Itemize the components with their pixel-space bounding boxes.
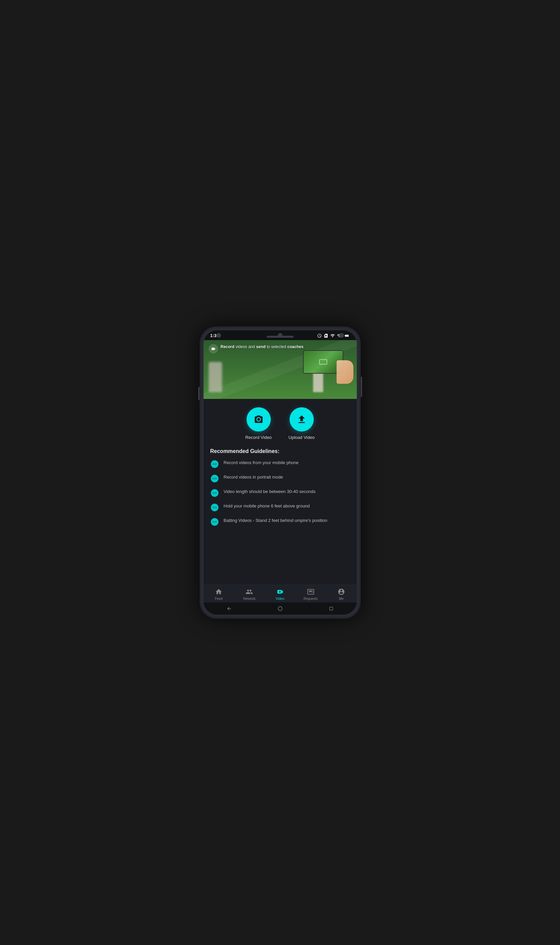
sim-icon: [323, 333, 328, 338]
svg-point-9: [211, 518, 218, 526]
back-arrow-icon: [226, 606, 232, 611]
svg-rect-3: [348, 335, 348, 336]
main-content: Record Video Upload Video Recommended Gu…: [203, 399, 357, 585]
android-nav-bar: [203, 603, 357, 615]
cricket-ball-icon-3: [210, 489, 219, 497]
svg-point-7: [211, 489, 218, 497]
notification-text: Record videos and send to selected coach…: [221, 344, 304, 350]
notif-send: send: [256, 345, 266, 349]
nav-item-video[interactable]: Video: [265, 588, 295, 600]
camera-dot-left: [216, 333, 221, 338]
guideline-item-5: Batting Videos - Stand 2 feet behind ump…: [210, 517, 350, 526]
network-nav-label: Network: [243, 597, 255, 600]
bottom-nav: Feed Network Video: [203, 585, 357, 603]
record-button-circle[interactable]: [246, 407, 271, 431]
cricket-ball-icon-4: [210, 503, 219, 512]
cricket-ball-icon-5: [210, 517, 219, 526]
requests-nav-label: Requests: [304, 597, 318, 600]
back-button[interactable]: [226, 605, 232, 612]
camera-icon: [253, 414, 264, 425]
record-video-label: Record Video: [245, 435, 272, 440]
upload-button-circle[interactable]: [289, 407, 314, 431]
guideline-item-3: Video length should be between 30-40 sec…: [210, 488, 350, 497]
player-left: [209, 362, 222, 392]
guidelines-title: Recommended Guidelines:: [210, 448, 350, 454]
status-icons: [317, 333, 350, 338]
svg-point-8: [211, 504, 218, 511]
camera-dot-center: [278, 333, 283, 338]
video-nav-icon: [276, 588, 284, 596]
upload-video-button[interactable]: Upload Video: [289, 407, 315, 440]
phone-frame: 1:36: [200, 326, 361, 619]
recents-square-icon: [329, 606, 334, 611]
notification-icon-circle: [209, 344, 218, 354]
feed-nav-icon: [215, 588, 223, 596]
nav-item-requests[interactable]: Requests: [295, 588, 326, 600]
video-nav-label: Video: [276, 597, 284, 600]
upload-video-label: Upload Video: [289, 435, 315, 440]
recents-button[interactable]: [328, 605, 335, 612]
timer-icon: [317, 333, 322, 338]
guidelines-section: Recommended Guidelines: Record videos fr…: [203, 445, 357, 537]
record-video-button[interactable]: Record Video: [245, 407, 272, 440]
guideline-text-4: Hold your mobile phone 6 feet above grou…: [224, 503, 350, 509]
action-buttons-row: Record Video Upload Video: [203, 399, 357, 445]
guideline-text-5: Batting Videos - Stand 2 feet behind ump…: [224, 517, 350, 524]
phone-screen: 1:36: [203, 330, 357, 615]
me-icon: [338, 588, 345, 596]
cricket-ball-icon-1: [210, 460, 219, 468]
cricket-ball-icon-2: [210, 474, 219, 483]
notif-coaches: coaches: [287, 345, 303, 349]
home-icon: [215, 588, 222, 596]
network-nav-icon: [245, 588, 253, 596]
hand-illustration: [337, 360, 354, 384]
requests-icon: [307, 588, 314, 596]
guideline-item-2: Record videos in portrait mode: [210, 474, 350, 483]
me-nav-label: Me: [339, 597, 344, 600]
notif-record: Record: [221, 345, 234, 349]
guideline-text-3: Video length should be between 30-40 sec…: [224, 488, 350, 495]
battery-icon: [343, 333, 350, 338]
nav-item-network[interactable]: Network: [234, 588, 265, 600]
hero-banner: Record videos and send to selected coach…: [203, 340, 357, 399]
home-circle-icon: [277, 606, 283, 611]
home-button[interactable]: [277, 605, 283, 612]
upload-icon: [296, 414, 307, 425]
guideline-item-1: Record videos from your mobile phone: [210, 459, 350, 468]
nav-item-feed[interactable]: Feed: [203, 588, 234, 600]
nav-item-me[interactable]: Me: [326, 588, 357, 600]
volume-button: [198, 387, 200, 400]
hero-notification: Record videos and send to selected coach…: [209, 344, 352, 354]
me-nav-icon: [337, 588, 345, 596]
svg-point-5: [211, 460, 218, 468]
camera-dot-right: [339, 333, 344, 338]
power-button: [361, 377, 362, 397]
wifi-icon: [330, 333, 335, 338]
svg-point-12: [278, 606, 282, 611]
feed-nav-label: Feed: [215, 597, 223, 600]
video-camera-icon: [211, 346, 216, 351]
network-icon: [246, 588, 253, 596]
guideline-text-2: Record videos in portrait mode: [224, 474, 350, 480]
svg-rect-2: [345, 335, 347, 336]
guideline-item-4: Hold your mobile phone 6 feet above grou…: [210, 503, 350, 512]
svg-point-6: [211, 475, 218, 483]
svg-rect-13: [329, 607, 332, 610]
video-plus-icon: [277, 588, 284, 596]
requests-nav-icon: [307, 588, 315, 596]
guideline-text-1: Record videos from your mobile phone: [224, 459, 350, 466]
svg-rect-4: [320, 360, 327, 364]
